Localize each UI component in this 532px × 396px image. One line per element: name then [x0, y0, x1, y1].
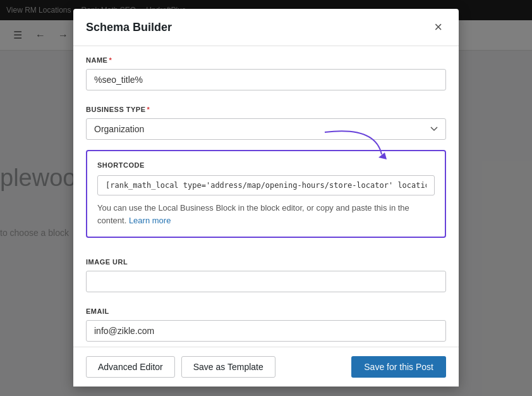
name-label: NAME*	[86, 56, 446, 64]
modal-close-button[interactable]: ×	[430, 19, 446, 35]
shortcode-input[interactable]	[97, 175, 435, 195]
save-for-post-button[interactable]: Save for this Post	[351, 356, 446, 378]
save-template-button[interactable]: Save as Template	[181, 356, 275, 378]
modal-title: Schema Builder	[86, 21, 172, 34]
business-type-field-group: BUSINESS TYPE* Organization LocalBusines…	[86, 96, 446, 145]
business-type-select[interactable]: Organization LocalBusiness Restaurant St…	[86, 118, 446, 140]
name-input[interactable]	[86, 69, 446, 90]
shortcode-input-wrapper	[97, 175, 435, 195]
modal-footer: Advanced Editor Save as Template Save fo…	[73, 347, 459, 387]
modal-body: NAME* BUSINESS TYPE* Organization LocalB…	[73, 46, 459, 347]
business-type-label: BUSINESS TYPE*	[86, 106, 446, 113]
shortcode-learn-more-link[interactable]: Learn more	[129, 216, 171, 225]
shortcode-section: SHORTCODE You can use the Local Business…	[86, 150, 446, 238]
svg-marker-0	[378, 152, 387, 159]
email-field-group: EMAIL	[86, 297, 446, 347]
shortcode-helper-text: You can use the Local Business Block in …	[97, 202, 435, 226]
name-field-group: NAME*	[86, 46, 446, 96]
image-url-field-group: IMAGE URL	[86, 248, 446, 297]
modal-header: Schema Builder ×	[73, 9, 459, 46]
footer-left-buttons: Advanced Editor Save as Template	[86, 356, 275, 378]
shortcode-label: SHORTCODE	[97, 161, 435, 169]
email-input[interactable]	[86, 320, 446, 342]
image-url-input[interactable]	[86, 271, 446, 292]
advanced-editor-button[interactable]: Advanced Editor	[86, 356, 175, 378]
schema-builder-modal: Schema Builder × NAME* BUSINESS TYPE* Or…	[73, 9, 459, 387]
modal-overlay: Schema Builder × NAME* BUSINESS TYPE* Or…	[0, 0, 532, 396]
email-label: EMAIL	[86, 307, 446, 315]
image-url-label: IMAGE URL	[86, 258, 446, 266]
